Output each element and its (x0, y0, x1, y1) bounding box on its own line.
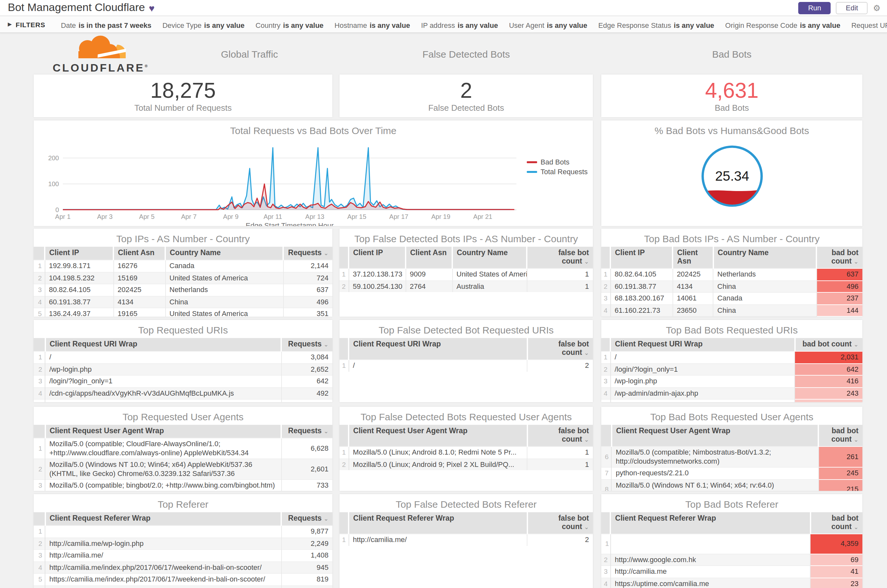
column-header-client-request-referer-wrap[interactable]: Client Request Referer Wrap (45, 512, 281, 525)
column-header-false-bot-count[interactable]: false bot count⌄ (527, 247, 593, 268)
table-cell: 416 (795, 375, 862, 387)
table-cell: /cdn-cgi/apps/head/xVgyKhR-vV3dAUGhMqfBc… (45, 387, 281, 399)
column-header-country-name[interactable]: Country Name (713, 247, 816, 268)
column-header-client-asn[interactable]: Client Asn (406, 247, 452, 268)
filter-item-ip-address[interactable]: IP addressis any value (421, 21, 498, 29)
sort-caret-icon: ⌄ (854, 524, 858, 530)
column-header-client-ip[interactable]: Client IP (45, 247, 113, 260)
column-header-requests[interactable]: Requests⌄ (281, 512, 333, 525)
column-header-client-ip[interactable]: Client IP (610, 247, 672, 268)
data-table: Client Request Referer Wrapfalse bot cou… (340, 512, 593, 546)
edit-button[interactable]: Edit (836, 2, 868, 14)
legend-item-total-requests[interactable]: Total Requests (527, 168, 588, 176)
table-cell: https://uptime.com/camilia.me (611, 578, 810, 588)
column-header-client-request-referer-wrap[interactable]: Client Request Referer Wrap (349, 512, 527, 534)
table-cell: United States of America (165, 272, 283, 284)
table-row: 4https://uptime.com/camilia.me23 (601, 578, 862, 588)
column-header-false-bot-count[interactable]: false bot count⌄ (527, 425, 593, 447)
column-header-bad-bot-count[interactable]: bad bot count⌄ (817, 247, 863, 268)
table-cell: / (610, 351, 795, 363)
kpi-bad-bots: 4,631 Bad Bots (601, 75, 862, 117)
column-header-country-name[interactable]: Country Name (165, 247, 283, 260)
column-header-client-request-uri-wrap[interactable]: Client Request URI Wrap (45, 338, 281, 351)
timeseries-chart-tile: Total Requests vs Bad Bots Over Time 010… (34, 120, 593, 226)
filter-item-device-type[interactable]: Device Typeis any value (162, 21, 244, 29)
row-number: 3 (601, 292, 610, 304)
filters-chevron-icon[interactable]: ▶ (8, 21, 12, 27)
table-cell: 41 (810, 566, 862, 578)
column-header-requests[interactable]: Requests⌄ (281, 425, 333, 438)
chart-row: Total Requests vs Bad Bots Over Time 010… (34, 120, 862, 226)
table-cell: 9009 (406, 268, 452, 280)
column-header-client-request-user-agent-wrap[interactable]: Client Request User Agent Wrap (612, 425, 818, 447)
filter-name: Edge Response Status (598, 21, 671, 29)
kpi-bad-bots-value: 4,631 (705, 80, 758, 101)
table-cell: 733 (281, 480, 333, 491)
column-header-bad-bot-count[interactable]: bad bot count⌄ (810, 512, 862, 534)
table-cell: /cdn-cgi/apps/body/3Lh52SjWTQ4HRlErJykHq… (45, 399, 281, 402)
column-header-client-request-uri-wrap[interactable]: Client Request URI Wrap (610, 338, 795, 351)
column-header-client-request-user-agent-wrap[interactable]: Client Request User Agent Wrap (45, 425, 281, 438)
table-top-false-bot-ips: Top False Detected Bots IPs - AS Number … (340, 229, 593, 316)
top-bar: Bot Management Cloudflare ♥ Run Edit ⚙ (0, 0, 887, 16)
table-cell: 202425 (113, 284, 165, 296)
column-header-client-request-uri-wrap[interactable]: Client Request URI Wrap (349, 338, 527, 360)
x-axis-tick: Apr 1 (55, 213, 71, 220)
table-cell: 2,031 (795, 351, 862, 363)
table-cell: http://camilia.me/wp-login.php (45, 537, 281, 549)
legend-swatch (527, 171, 537, 172)
column-header-false-bot-count[interactable]: false bot count⌄ (527, 338, 593, 360)
tile-title: Top Bad Bots IPs - AS Number - Country (601, 229, 862, 247)
table-row: 2http://www.google.com.hk69 (601, 554, 862, 566)
table-cell: 4134 (113, 296, 165, 308)
table-cell: http://camilia.me (611, 566, 810, 578)
settings-gear-icon[interactable]: ⚙ (873, 3, 881, 12)
filter-item-edge-response-status[interactable]: Edge Response Statusis any value (598, 21, 714, 29)
table-cell: /wp-login.php (45, 363, 281, 375)
filters-label[interactable]: FILTERS (15, 20, 45, 28)
column-header-false-bot-count[interactable]: false bot count⌄ (527, 512, 593, 534)
x-axis-tick: Apr 9 (223, 213, 239, 220)
table-cell: 23650 (672, 304, 713, 316)
column-header-client-ip[interactable]: Client IP (349, 247, 406, 268)
tile-title: Top False Detected Bots IPs - AS Number … (340, 229, 593, 247)
table-cell: Mozilla/5.0 (compatible; Nimbostratus-Bo… (612, 447, 818, 467)
row-number: 2 (601, 363, 610, 375)
legend-item-bad-bots[interactable]: Bad Bots (527, 158, 588, 166)
row-number: 4 (601, 304, 610, 316)
data-table: Client Request URI Wrapfalse bot count⌄1… (340, 338, 593, 371)
gauge-tile: % Bad Bots vs Humans&Good Bots 25.34 (601, 120, 862, 226)
filter-item-request-uri[interactable]: Request URIis any value (851, 21, 887, 29)
tile-title: Top False Detected Bots Referer (340, 494, 593, 512)
filter-item-origin-response-code[interactable]: Origin Response Codeis any value (725, 21, 840, 29)
top-bar-actions: Run Edit ⚙ (798, 2, 881, 14)
filter-item-hostname[interactable]: Hostnameis any value (335, 21, 410, 29)
data-table: Client IPClient AsnCountry NameRequests⌄… (34, 247, 332, 316)
filter-name: Date (61, 21, 76, 29)
table-cell: 458 (281, 585, 333, 588)
column-header-client-request-user-agent-wrap[interactable]: Client Request User Agent Wrap (349, 425, 527, 447)
column-header-client-asn[interactable]: Client Asn (672, 247, 713, 268)
dashboard-body: CLOUDFLARE® Global Traffic False Detecte… (0, 33, 862, 588)
table-row: 19,877 (34, 525, 332, 537)
table-row: 3Mozilla/5.0 (compatible; bingbot/2.0; +… (34, 480, 332, 491)
tile-title: Top False Detected Bots Requested User A… (340, 406, 593, 425)
column-header-client-asn[interactable]: Client Asn (113, 247, 165, 260)
table-row: 368.183.200.16714061Canada237 (601, 292, 862, 304)
row-number: 1 (340, 360, 349, 371)
column-header-client-request-referer-wrap[interactable]: Client Request Referer Wrap (611, 512, 810, 534)
run-button[interactable]: Run (798, 2, 831, 14)
table-cell: 15169 (113, 272, 165, 284)
column-header-bad-bot-count[interactable]: bad bot count⌄ (795, 338, 862, 351)
column-header-requests[interactable]: Requests⌄ (283, 247, 332, 260)
filter-item-country[interactable]: Countryis any value (256, 21, 324, 29)
filter-item-user-agent[interactable]: User Agentis any value (509, 21, 587, 29)
table-cell: 16276 (113, 260, 165, 272)
table-row: 3/wp-login.php416 (601, 375, 862, 387)
column-header-bad-bot-count[interactable]: bad bot count⌄ (818, 425, 862, 447)
column-header-country-name[interactable]: Country Name (452, 247, 527, 268)
table-cell: 642 (795, 363, 862, 375)
filter-item-date[interactable]: Dateis in the past 7 weeks (61, 21, 152, 29)
filter-name: Country (256, 21, 281, 29)
column-header-requests[interactable]: Requests⌄ (281, 338, 333, 351)
